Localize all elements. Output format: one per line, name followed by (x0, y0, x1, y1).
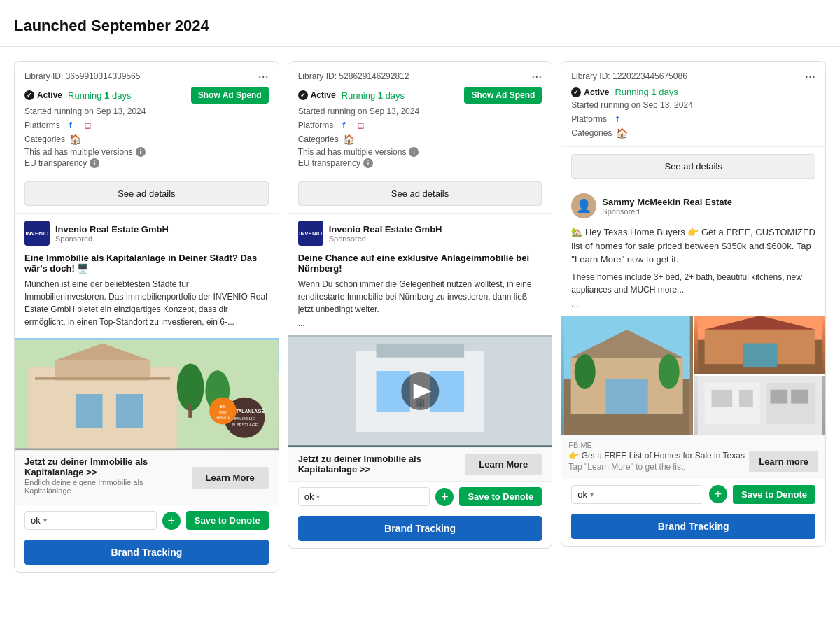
instagram-icon-1: ◻ (81, 119, 94, 132)
dropdown-2[interactable]: ok ▾ (298, 487, 430, 506)
more-options-1[interactable]: ··· (258, 70, 269, 83)
advertiser-avatar-3: 👤 (571, 193, 596, 218)
svg-rect-4 (76, 394, 103, 428)
facebook-icon-1: f (64, 119, 77, 132)
running-text-3: Running 1 days (615, 87, 678, 97)
platforms-row-3: Platforms f (571, 113, 816, 125)
house-icon-2: 🏠 (343, 134, 355, 145)
svg-rect-6 (35, 377, 170, 380)
running-text-1: Running 1 days (68, 90, 131, 101)
svg-rect-5 (116, 394, 144, 428)
active-check-2 (298, 90, 308, 100)
learn-more-btn-2[interactable]: Learn More (465, 454, 542, 475)
more-options-2[interactable]: ··· (531, 70, 542, 83)
chevron-down-icon-2: ▾ (316, 493, 320, 500)
svg-rect-43 (766, 382, 815, 424)
svg-rect-8 (188, 404, 192, 417)
sponsored-label-2: Sponsored (329, 234, 442, 243)
library-id-row-2: Library ID: 528629146292812 ··· (298, 70, 542, 83)
active-badge-2: Active (298, 90, 336, 100)
save-to-denote-btn-3[interactable]: Save to Denote (733, 485, 816, 504)
svg-rect-42 (739, 389, 753, 407)
card-1-header: Library ID: 3659910314339565 ··· Active … (15, 62, 279, 174)
ad-video-2: 🏢 (288, 335, 552, 447)
platforms-row-1: Platforms f ◻ (24, 119, 269, 132)
platforms-row-2: Platforms f ◻ (298, 119, 542, 132)
learn-more-btn-3[interactable]: Learn more (749, 451, 818, 472)
svg-point-33 (659, 354, 680, 389)
library-id-1: Library ID: 3659910314339565 (24, 71, 140, 81)
house-icon-3: 🏠 (616, 127, 628, 139)
add-circle-btn-1[interactable]: + (162, 512, 181, 530)
status-row-3: Active Running 1 days (571, 87, 816, 97)
library-id-2: Library ID: 528629146292812 (298, 71, 410, 81)
brand-tracking-btn-3[interactable]: Brand Tracking (571, 514, 816, 539)
svg-rect-44 (770, 389, 788, 403)
svg-rect-38 (743, 343, 777, 368)
advertiser-row-1: INVENIO Invenio Real Estate GmbH Sponsor… (24, 220, 269, 246)
advertiser-row-3: 👤 Sammy McMeekin Real Estate Sponsored (571, 193, 816, 218)
add-circle-btn-3[interactable]: + (709, 485, 727, 503)
card-actions-3: ok ▾ + Save to Denote (561, 479, 825, 510)
active-check-1 (24, 90, 34, 100)
svg-point-7 (177, 364, 204, 412)
advertiser-row-2: INVENIO Invenio Real Estate GmbH Sponsor… (298, 220, 542, 246)
multiple-versions-1: This ad has multiple versions i (24, 147, 269, 157)
cta-headline-1: Jetzt zu deiner Immobilie als Kapitalanl… (24, 456, 192, 477)
show-ad-spend-btn-2[interactable]: Show Ad Spend (464, 87, 542, 104)
cta-subline-1: Endlich deine eigene Immobilie als Kapit… (24, 478, 192, 495)
facebook-icon-3: f (611, 113, 624, 125)
ad-image-1: KAPITALANLAGE IMMOBILIE IN BESTLAGE 5% M… (15, 338, 279, 450)
advertiser-name-3: Sammy McMeekin Real Estate (602, 197, 732, 207)
svg-rect-21 (376, 344, 464, 357)
card-3-header: Library ID: 1220223445675086 ··· Active … (561, 62, 825, 147)
learn-more-btn-1[interactable]: Learn More (192, 467, 269, 489)
svg-text:5%: 5% (220, 405, 225, 409)
chevron-down-icon-1: ▾ (43, 517, 47, 524)
cta-headline-2: Jetzt zu deiner Immobilie als Kapitalanl… (298, 454, 465, 475)
svg-rect-41 (711, 389, 732, 407)
advertiser-avatar-1: INVENIO (24, 220, 50, 246)
card-2-header: Library ID: 528629146292812 ··· Active R… (288, 62, 552, 174)
svg-text:IMMOBILIE: IMMOBILIE (234, 416, 255, 421)
sponsored-label-3: Sponsored (602, 207, 732, 216)
ad-body-3: 👤 Sammy McMeekin Real Estate Sponsored 🏡… (561, 186, 825, 316)
ad-headline-1: Eine Immobilie als Kapitalanlage in Dein… (24, 253, 269, 274)
brand-tracking-btn-1[interactable]: Brand Tracking (24, 540, 269, 565)
svg-text:MIET: MIET (219, 411, 227, 414)
cta-bar-2: Jetzt zu deiner Immobilie als Kapitalanl… (288, 447, 552, 481)
instagram-icon-2: ◻ (354, 119, 367, 132)
ad-body-2: INVENIO Invenio Real Estate GmbH Sponsor… (288, 213, 552, 335)
sponsored-label-1: Sponsored (55, 234, 169, 243)
eu-transparency-1: EU transparency i (24, 158, 269, 168)
more-options-3[interactable]: ··· (805, 70, 816, 83)
categories-row-3: Categories 🏠 (571, 127, 816, 139)
see-ad-details-btn-3[interactable]: See ad details (571, 154, 816, 178)
save-to-denote-btn-2[interactable]: Save to Denote (459, 487, 542, 506)
eu-transparency-2: EU transparency i (298, 158, 542, 168)
ad-ellipsis-2: ... (298, 318, 542, 328)
ad-body-1: INVENIO Invenio Real Estate GmbH Sponsor… (15, 213, 279, 338)
cards-container: Library ID: 3659910314339565 ··· Active … (0, 47, 840, 587)
library-id-row-3: Library ID: 1220223445675086 ··· (571, 70, 816, 83)
see-ad-details-btn-1[interactable]: See ad details (24, 181, 269, 206)
started-2: Started running on Sep 13, 2024 (298, 106, 542, 116)
brand-tracking-btn-2[interactable]: Brand Tracking (298, 516, 542, 541)
ad-card-1: Library ID: 3659910314339565 ··· Active … (14, 61, 279, 573)
see-ad-details-btn-2[interactable]: See ad details (298, 181, 542, 206)
eu-info-icon-2: i (363, 158, 373, 168)
advertiser-name-2: Invenio Real Estate GmbH (329, 224, 442, 234)
add-circle-btn-2[interactable]: + (435, 488, 454, 506)
card-actions-2: ok ▾ + Save to Denote (288, 481, 552, 512)
svg-rect-45 (791, 389, 808, 403)
card-actions-1: ok ▾ + Save to Denote (15, 505, 279, 536)
dropdown-1[interactable]: ok ▾ (24, 511, 157, 530)
cta-desc-2-3: Tap "Learn More" to get the list. (568, 462, 749, 472)
dropdown-3[interactable]: ok ▾ (571, 485, 704, 504)
show-ad-spend-btn-1[interactable]: Show Ad Spend (191, 87, 269, 104)
library-id-3: Library ID: 1220223445675086 (571, 71, 687, 81)
advertiser-name-1: Invenio Real Estate GmbH (55, 224, 169, 234)
save-to-denote-btn-1[interactable]: Save to Denote (186, 511, 269, 530)
active-badge-1: Active (24, 90, 62, 100)
svg-point-32 (575, 354, 596, 389)
